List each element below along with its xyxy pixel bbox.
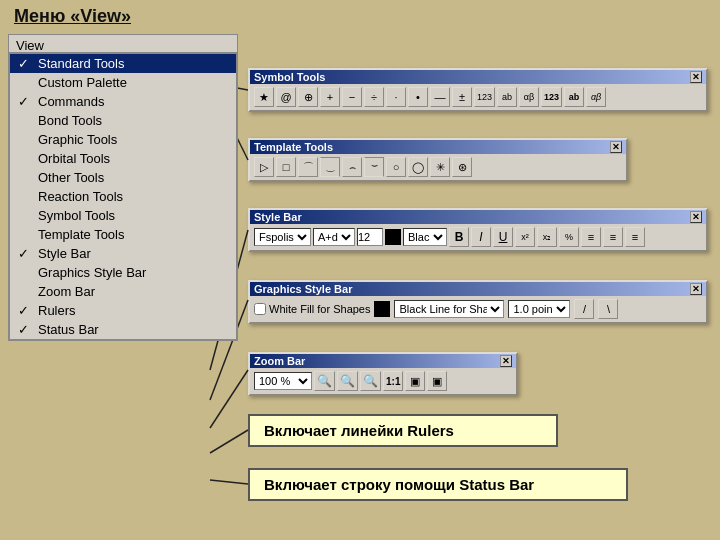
dropdown-item-other-tools[interactable]: Other Tools xyxy=(10,168,236,187)
template-btn-circled-asterisk[interactable]: ⊛ xyxy=(452,157,472,177)
zoom-bar-content: 100 % 50 % 200 % 🔍 🔍 🔍 1:1 ▣ ▣ xyxy=(250,368,516,394)
dropdown-item-commands[interactable]: Commands xyxy=(10,92,236,111)
symbol-btn-123[interactable]: 123 xyxy=(474,87,495,107)
symbol-btn-dash[interactable]: — xyxy=(430,87,450,107)
symbol-btn-ab[interactable]: ab xyxy=(497,87,517,107)
graphics-style-bar-close[interactable]: ✕ xyxy=(690,283,702,295)
dropdown-item-graphic-tools[interactable]: Graphic Tools xyxy=(10,130,236,149)
dropdown-item-bond-tools[interactable]: Bond Tools xyxy=(10,111,236,130)
template-tools-title: Template Tools ✕ xyxy=(250,140,626,154)
font-size-input[interactable] xyxy=(357,228,383,246)
zoom-bar-close[interactable]: ✕ xyxy=(500,355,512,367)
template-btn-asterisk[interactable]: ✳ xyxy=(430,157,450,177)
page-title: Меню «View» xyxy=(14,6,131,27)
template-btn-triangle[interactable]: ▷ xyxy=(254,157,274,177)
white-fill-checkbox-label: White Fill for Shapes xyxy=(254,303,370,315)
zoom-select[interactable]: 100 % 50 % 200 % xyxy=(254,372,312,390)
style-bar-title: Style Bar ✕ xyxy=(250,210,706,224)
template-btn-arc2[interactable]: ⌒ xyxy=(320,157,340,177)
font-select[interactable]: Fspolis xyxy=(254,228,311,246)
dropdown-menu: Standard Tools Custom Palette Commands B… xyxy=(8,52,238,341)
symbol-btn-abb[interactable]: ab xyxy=(564,87,584,107)
template-tools-window: Template Tools ✕ ▷ □ ⌒ ⌒ ⌢ ⌢ ○ ◯ ✳ ⊛ xyxy=(248,138,628,182)
rulers-tooltip: Включает линейки Rulers xyxy=(248,414,558,447)
style-bar-close[interactable]: ✕ xyxy=(690,211,702,223)
color-swatch[interactable] xyxy=(385,229,401,245)
dropdown-item-template-tools[interactable]: Template Tools xyxy=(10,225,236,244)
symbol-btn-alpha[interactable]: αβ xyxy=(519,87,539,107)
italic-button[interactable]: I xyxy=(471,227,491,247)
template-btn-arc4[interactable]: ⌢ xyxy=(364,157,384,177)
template-tools-close[interactable]: ✕ xyxy=(610,141,622,153)
dropdown-item-orbital-tools[interactable]: Orbital Tools xyxy=(10,149,236,168)
symbol-btn-at[interactable]: @ xyxy=(276,87,296,107)
status-bar-tooltip: Включает строку помощи Status Bar xyxy=(248,468,628,501)
dropdown-item-status-bar[interactable]: Status Bar xyxy=(10,320,236,339)
graphics-style-bar-content: White Fill for Shapes Black Line for Sha… xyxy=(250,296,706,322)
symbol-tools-content: ★ @ ⊕ + − ÷ · • — ± 123 ab αβ 123 ab αβ xyxy=(250,84,706,110)
zoom-out-btn[interactable]: 🔍 xyxy=(337,371,358,391)
align-left-button[interactable]: ≡ xyxy=(581,227,601,247)
underline-button[interactable]: U xyxy=(493,227,513,247)
symbol-btn-circle-plus[interactable]: ⊕ xyxy=(298,87,318,107)
symbol-btn-minus[interactable]: − xyxy=(342,87,362,107)
color-select[interactable]: Black xyxy=(403,228,447,246)
symbol-btn-div[interactable]: ÷ xyxy=(364,87,384,107)
bold-button[interactable]: B xyxy=(449,227,469,247)
align-center-button[interactable]: ≡ xyxy=(603,227,623,247)
style-bar-content: Fspolis A+d Black B I U x² x₂ % ≡ ≡ ≡ xyxy=(250,224,706,250)
graphics-style-bar-window: Graphics Style Bar ✕ White Fill for Shap… xyxy=(248,280,708,324)
symbol-btn-plus[interactable]: + xyxy=(320,87,340,107)
symbol-btn-star[interactable]: ★ xyxy=(254,87,274,107)
svg-line-6 xyxy=(210,480,248,484)
white-fill-checkbox[interactable] xyxy=(254,303,266,315)
subscript-button[interactable]: x₂ xyxy=(537,227,557,247)
dropdown-item-rulers[interactable]: Rulers xyxy=(10,301,236,320)
template-btn-arc3[interactable]: ⌢ xyxy=(342,157,362,177)
dropdown-item-style-bar[interactable]: Style Bar xyxy=(10,244,236,263)
line-width-select[interactable]: 1.0 points xyxy=(508,300,570,318)
dropdown-item-zoom-bar[interactable]: Zoom Bar xyxy=(10,282,236,301)
template-tools-content: ▷ □ ⌒ ⌒ ⌢ ⌢ ○ ◯ ✳ ⊛ xyxy=(250,154,626,180)
line-style-btn1[interactable]: / xyxy=(574,299,594,319)
zoom-fit-btn[interactable]: 🔍 xyxy=(360,371,381,391)
symbol-tools-window: Symbol Tools ✕ ★ @ ⊕ + − ÷ · • — ± 123 a… xyxy=(248,68,708,112)
superscript-button[interactable]: x² xyxy=(515,227,535,247)
style-bar-window: Style Bar ✕ Fspolis A+d Black B I U x² x… xyxy=(248,208,708,252)
svg-line-5 xyxy=(210,430,248,453)
zoom-window-btn2[interactable]: ▣ xyxy=(427,371,447,391)
symbol-tools-close[interactable]: ✕ xyxy=(690,71,702,83)
line-style-btn2[interactable]: \ xyxy=(598,299,618,319)
zoom-in-btn[interactable]: 🔍 xyxy=(314,371,335,391)
symbol-btn-123b[interactable]: 123 xyxy=(541,87,562,107)
view-highlight: View xyxy=(80,6,121,26)
symbol-btn-dot[interactable]: · xyxy=(386,87,406,107)
zoom-ratio-btn[interactable]: 1:1 xyxy=(383,371,403,391)
percent-button[interactable]: % xyxy=(559,227,579,247)
line-color-swatch xyxy=(374,301,390,317)
zoom-window-btn1[interactable]: ▣ xyxy=(405,371,425,391)
dropdown-item-symbol-tools[interactable]: Symbol Tools xyxy=(10,206,236,225)
template-btn-circle1[interactable]: ○ xyxy=(386,157,406,177)
graphics-style-bar-title: Graphics Style Bar ✕ xyxy=(250,282,706,296)
symbol-btn-bullet[interactable]: • xyxy=(408,87,428,107)
style-select[interactable]: A+d xyxy=(313,228,355,246)
svg-line-4 xyxy=(210,370,248,428)
symbol-btn-plusminus[interactable]: ± xyxy=(452,87,472,107)
template-btn-square[interactable]: □ xyxy=(276,157,296,177)
dropdown-item-reaction-tools[interactable]: Reaction Tools xyxy=(10,187,236,206)
dropdown-item-graphics-style-bar[interactable]: Graphics Style Bar xyxy=(10,263,236,282)
zoom-bar-window: Zoom Bar ✕ 100 % 50 % 200 % 🔍 🔍 🔍 1:1 ▣ … xyxy=(248,352,518,396)
template-btn-circle2[interactable]: ◯ xyxy=(408,157,428,177)
dropdown-item-custom-palette[interactable]: Custom Palette xyxy=(10,73,236,92)
symbol-tools-title: Symbol Tools ✕ xyxy=(250,70,706,84)
align-right-button[interactable]: ≡ xyxy=(625,227,645,247)
zoom-bar-title: Zoom Bar ✕ xyxy=(250,354,516,368)
symbol-btn-alphab[interactable]: αβ xyxy=(586,87,606,107)
dropdown-item-standard-tools[interactable]: Standard Tools xyxy=(10,54,236,73)
line-color-select[interactable]: Black Line for Shapes xyxy=(394,300,504,318)
template-btn-arc1[interactable]: ⌒ xyxy=(298,157,318,177)
